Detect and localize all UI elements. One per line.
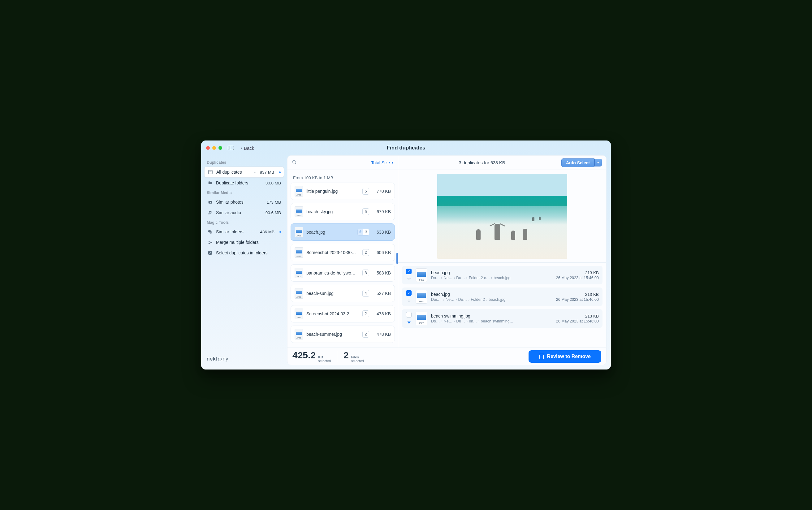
duplicate-files-list: ✓☆JPEGbeach.jpgDo…›Ne…›Du…›Folder 2 c…›b…	[398, 263, 606, 347]
preview-image	[437, 174, 567, 259]
sort-dropdown[interactable]: Total Size ▾	[371, 160, 394, 165]
duplicate-file-name: beach.jpg	[431, 270, 552, 275]
sidebar-item-similar-photos[interactable]: Similar photos173 MB	[204, 197, 284, 207]
count-badge: 5	[362, 188, 369, 195]
duplicate-file-size: 213 KB	[556, 314, 599, 318]
count-badge: 2	[362, 331, 369, 338]
sidebar-item-label: Duplicate folders	[216, 180, 262, 186]
file-group-row[interactable]: JPEGbeach.jpg23638 KB	[291, 223, 395, 241]
selected-files-sub: selected	[351, 359, 364, 363]
svg-point-8	[293, 160, 295, 163]
zoom-window-button[interactable]	[219, 146, 222, 150]
brand-logo: nektny	[204, 352, 284, 366]
sidebar-item-merge-multiple-folders[interactable]: Merge multiple folders	[204, 237, 284, 248]
selected-size-value: 425.2	[292, 350, 316, 361]
selected-files-stat: 2 Files selected	[344, 350, 364, 363]
file-thumbnail-icon: JPEG	[295, 288, 303, 299]
svg-point-6	[209, 231, 212, 234]
footer: 425.2 KB selected 2 Files selected	[288, 347, 606, 365]
star-icon[interactable]: ★	[407, 319, 411, 325]
selected-files-unit: Files	[351, 355, 364, 359]
file-name: beach-sun.jpg	[307, 291, 359, 296]
file-thumbnail-icon: JPEG	[295, 329, 303, 339]
trash-icon	[539, 354, 544, 359]
review-to-remove-button[interactable]: Review to Remove	[528, 350, 601, 363]
sidebar-item-label: Merge multiple folders	[216, 240, 281, 245]
svg-point-4	[209, 202, 211, 203]
close-window-button[interactable]	[206, 146, 210, 150]
sidebar-section-label: Similar Media	[204, 188, 284, 197]
file-thumbnail-icon: JPEG	[415, 312, 427, 325]
sidebar-item-size: 90.6 MB	[265, 210, 281, 215]
sidebar-item-all-duplicates[interactable]: All duplicates⌄837 MB	[204, 167, 284, 178]
file-group-row[interactable]: JPEGbeach-sun.jpg4527 KB	[291, 285, 395, 302]
duplicate-file-path: Do…›Ne…›Du…›Folder 2 c…›beach.jpg	[431, 276, 552, 280]
back-label: Back	[244, 145, 254, 151]
preview-area	[398, 170, 606, 263]
file-thumbnail-icon: JPEG	[295, 247, 303, 258]
file-group-row[interactable]: JPEGbeach-summer.jpg2478 KB	[291, 325, 395, 343]
chevron-down-icon: ▾	[597, 161, 599, 164]
file-group-row[interactable]: JPEGpanoramica-de-hollywo…8588 KB	[291, 264, 395, 282]
file-group-row[interactable]: JPEGScreenshot 2023-10-30…2606 KB	[291, 244, 395, 261]
search-icon[interactable]	[292, 160, 297, 166]
chevron-down-icon: ▾	[392, 161, 394, 165]
sidebar-item-duplicate-folders[interactable]: Duplicate folders30.8 MB	[204, 178, 284, 188]
scrollbar-handle[interactable]	[397, 253, 398, 264]
file-size: 638 KB	[372, 230, 391, 234]
file-size: 478 KB	[372, 332, 391, 337]
star-icon[interactable]: ☆	[407, 276, 411, 282]
minimize-window-button[interactable]	[212, 146, 216, 150]
duplicate-groups-list[interactable]: From 100 KB to 1 MB JPEGlittle penguin.j…	[288, 170, 398, 347]
sidebar-item-similar-audio[interactable]: Similar audio90.6 MB	[204, 207, 284, 218]
file-thumbnail-icon: JPEG	[415, 268, 427, 282]
file-name: little penguin.jpg	[307, 189, 359, 194]
selected-files-value: 2	[344, 350, 349, 361]
window-title: Find duplicates	[387, 145, 426, 151]
file-size: 478 KB	[372, 311, 391, 316]
window-controls	[206, 146, 222, 150]
sort-label: Total Size	[371, 160, 390, 165]
auto-select-button[interactable]: Auto Select	[561, 159, 594, 167]
duplicates-summary: 3 duplicates for 638 KB	[459, 160, 505, 165]
duplicate-file-row[interactable]: ★JPEGbeach swimming.jpgDo…›Ne…›Du…›Im…›b…	[402, 309, 603, 328]
file-group-row[interactable]: JPEGlittle penguin.jpg5770 KB	[291, 182, 395, 200]
sidebar-item-label: Similar photos	[216, 200, 263, 204]
sidebar-item-label: Similar folders	[216, 229, 257, 234]
duplicate-file-date: 26 May 2023 at 15:46:00	[556, 319, 599, 323]
duplicate-file-row[interactable]: ✓☆JPEGbeach.jpgDo…›Ne…›Du…›Folder 2 c…›b…	[402, 266, 603, 284]
file-size: 527 KB	[372, 291, 391, 296]
chevron-down-icon: ⌄	[254, 170, 257, 174]
check-icon	[207, 250, 213, 256]
file-thumbnail-icon: JPEG	[295, 227, 303, 237]
count-badge: 23	[357, 229, 369, 235]
group-size-header: From 100 KB to 1 MB	[291, 172, 395, 182]
file-name: panoramica-de-hollywo…	[307, 271, 359, 276]
toggle-sidebar-icon[interactable]	[228, 146, 234, 150]
file-group-row[interactable]: PNGScreenshot 2024-03-2…2478 KB	[291, 305, 395, 322]
select-checkbox[interactable]: ✓	[406, 290, 412, 296]
divider	[337, 351, 337, 362]
file-group-row[interactable]: JPEGbeach-sky.jpg5679 KB	[291, 203, 395, 220]
duplicate-file-size: 213 KB	[556, 271, 599, 275]
file-name: Screenshot 2024-03-2…	[307, 311, 359, 316]
file-thumbnail-icon: JPEG	[295, 206, 303, 217]
sidebar-item-select-duplicates-in-folders[interactable]: Select duplicates in folders	[204, 248, 284, 258]
star-icon[interactable]: ☆	[407, 298, 411, 303]
file-size: 606 KB	[372, 250, 391, 255]
back-button[interactable]: ‹ Back	[241, 145, 254, 151]
sidebar: DuplicatesAll duplicates⌄837 MBDuplicate…	[201, 155, 287, 369]
auto-select-dropdown[interactable]: ▾	[594, 159, 602, 167]
sidebar-section-label: Duplicates	[204, 158, 284, 167]
review-label: Review to Remove	[547, 354, 591, 359]
app-window: ‹ Back Find duplicates DuplicatesAll dup…	[201, 141, 611, 369]
duplicate-file-row[interactable]: ✓☆JPEGbeach.jpgDoc…›Ne…›Du…›Folder 2›bea…	[402, 287, 603, 306]
selected-size-sub: selected	[318, 359, 331, 363]
select-checkbox[interactable]	[406, 312, 412, 317]
similar-icon	[207, 229, 213, 234]
file-thumbnail-icon: JPEG	[295, 268, 303, 278]
svg-line-9	[295, 163, 296, 164]
sidebar-item-label: Similar audio	[216, 210, 262, 215]
select-checkbox[interactable]: ✓	[406, 268, 412, 274]
sidebar-item-similar-folders[interactable]: Similar folders436 MB	[204, 227, 284, 237]
